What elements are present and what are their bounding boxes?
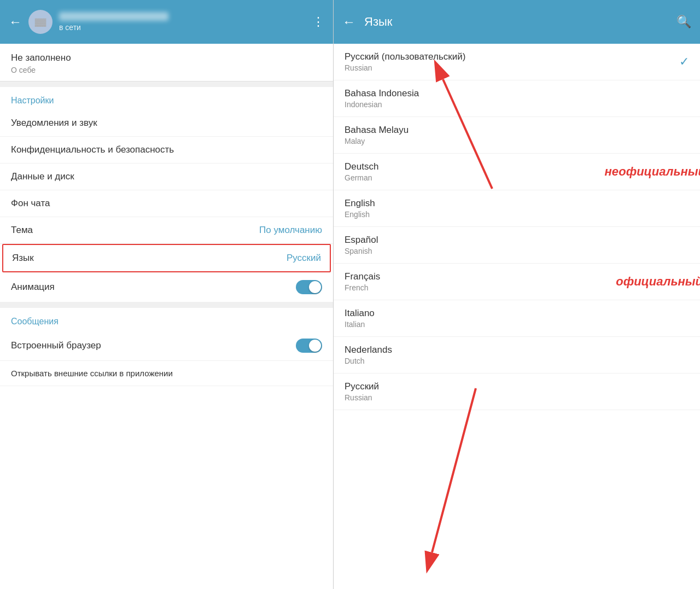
lang-item-spanish[interactable]: Español Spanish bbox=[334, 227, 700, 264]
header-info: в сети bbox=[59, 12, 306, 32]
settings-section-header: Настройки bbox=[0, 87, 333, 110]
setting-language[interactable]: Язык Русский bbox=[2, 244, 331, 272]
setting-label: Уведомления и звук bbox=[11, 118, 97, 129]
setting-theme[interactable]: Тема По умолчанию bbox=[0, 217, 333, 244]
lang-name: Français bbox=[345, 271, 380, 282]
language-screen-title: Язык bbox=[364, 15, 668, 29]
check-icon: ✓ bbox=[679, 55, 689, 69]
lang-name: Italiano bbox=[345, 308, 375, 319]
setting-external-links[interactable]: Открывать внешние ссылки в приложении bbox=[0, 361, 333, 386]
setting-value: Русский bbox=[287, 253, 321, 264]
lang-name: Deutsch bbox=[345, 161, 378, 172]
lang-name: Русский bbox=[345, 381, 379, 392]
lang-sub: Italian bbox=[345, 320, 375, 329]
language-list: Русский (пользовательский) Russian ✓ Bah… bbox=[334, 44, 700, 589]
setting-label: Язык bbox=[12, 253, 34, 264]
lang-sub: Malay bbox=[345, 137, 409, 145]
browser-toggle[interactable] bbox=[296, 339, 322, 353]
setting-value: По умолчанию bbox=[259, 225, 322, 236]
avatar: ▓▓ bbox=[28, 10, 52, 34]
setting-label: Данные и диск bbox=[11, 171, 74, 182]
lang-sub: Dutch bbox=[345, 357, 392, 365]
lang-name: Русский (пользовательский) bbox=[345, 51, 465, 62]
setting-animation[interactable]: Анимация bbox=[0, 272, 333, 302]
left-header: ← ▓▓ в сети ⋮ bbox=[0, 0, 333, 44]
lang-item-italian[interactable]: Italiano Italian bbox=[334, 300, 700, 337]
lang-sub: Indonesian bbox=[345, 100, 419, 109]
left-content: Не заполнено О себе Настройки Уведомлени… bbox=[0, 44, 333, 589]
setting-label: Встроенный браузер bbox=[11, 340, 101, 351]
lang-item-text: Nederlands Dutch bbox=[345, 345, 392, 365]
lang-item-text: Français French bbox=[345, 271, 380, 292]
lang-name: Bahasa Melayu bbox=[345, 125, 409, 136]
language-back-button[interactable]: ← bbox=[342, 14, 355, 30]
animation-toggle[interactable] bbox=[296, 280, 322, 294]
lang-sub: Russian bbox=[345, 63, 465, 72]
more-options-button[interactable]: ⋮ bbox=[312, 15, 324, 29]
lang-item-malay[interactable]: Bahasa Melayu Malay bbox=[334, 117, 700, 154]
lang-item-english[interactable]: English English bbox=[334, 190, 700, 227]
official-annotation: официальный bbox=[616, 275, 700, 289]
setting-label: Фон чата bbox=[11, 198, 50, 209]
setting-notifications[interactable]: Уведомления и звук bbox=[0, 110, 333, 137]
setting-label: Конфиденциальность и безопасность bbox=[11, 144, 174, 155]
lang-item-indonesian[interactable]: Bahasa Indonesia Indonesian bbox=[334, 80, 700, 117]
setting-label: Открывать внешние ссылки в приложении bbox=[11, 369, 173, 378]
lang-item-russian-custom[interactable]: Русский (пользовательский) Russian ✓ bbox=[334, 44, 700, 80]
lang-item-text: Italiano Italian bbox=[345, 308, 375, 329]
setting-label: Анимация bbox=[11, 282, 55, 293]
lang-sub: Russian bbox=[345, 393, 379, 402]
lang-item-text: Deutsch German bbox=[345, 161, 378, 182]
lang-name: Nederlands bbox=[345, 345, 392, 355]
right-panel: ← Язык 🔍 Русский (пользовательский) Russ… bbox=[334, 0, 700, 589]
contact-name-blurred bbox=[59, 12, 168, 21]
lang-item-russian[interactable]: Русский Russian bbox=[334, 374, 700, 410]
lang-name: English bbox=[345, 198, 375, 209]
right-header: ← Язык 🔍 bbox=[334, 0, 700, 44]
lang-item-german[interactable]: Deutsch German неофициальный bbox=[334, 154, 700, 190]
setting-browser[interactable]: Встроенный браузер bbox=[0, 331, 333, 361]
left-panel: ← ▓▓ в сети ⋮ Не заполнено О себе Настро… bbox=[0, 0, 334, 589]
unofficial-annotation: неофициальный bbox=[604, 165, 700, 179]
divider2 bbox=[0, 302, 333, 308]
lang-sub: English bbox=[345, 210, 375, 219]
lang-sub: German bbox=[345, 173, 378, 182]
setting-privacy[interactable]: Конфиденциальность и безопасность bbox=[0, 137, 333, 164]
back-button[interactable]: ← bbox=[9, 14, 22, 30]
lang-sub: Spanish bbox=[345, 247, 378, 255]
search-icon[interactable]: 🔍 bbox=[676, 15, 691, 29]
lang-sub: French bbox=[345, 283, 380, 292]
lang-item-text: Español Spanish bbox=[345, 235, 378, 255]
contact-status: в сети bbox=[59, 23, 306, 32]
profile-not-filled: Не заполнено bbox=[11, 53, 322, 63]
profile-section: Не заполнено О себе bbox=[0, 44, 333, 81]
lang-item-text: Русский (пользовательский) Russian bbox=[345, 51, 465, 72]
divider bbox=[0, 81, 333, 87]
lang-item-french[interactable]: Français French официальный bbox=[334, 264, 700, 300]
lang-item-dutch[interactable]: Nederlands Dutch bbox=[334, 337, 700, 374]
lang-name: Español bbox=[345, 235, 378, 246]
setting-data[interactable]: Данные и диск bbox=[0, 164, 333, 190]
messages-section-header: Сообщения bbox=[0, 308, 333, 331]
lang-item-text: Bahasa Indonesia Indonesian bbox=[345, 88, 419, 109]
lang-item-text: Русский Russian bbox=[345, 381, 379, 402]
setting-label: Тема bbox=[11, 225, 33, 236]
profile-about: О себе bbox=[11, 66, 322, 74]
setting-chat-bg[interactable]: Фон чата bbox=[0, 190, 333, 217]
lang-item-text: English English bbox=[345, 198, 375, 219]
lang-item-text: Bahasa Melayu Malay bbox=[345, 125, 409, 145]
lang-name: Bahasa Indonesia bbox=[345, 88, 419, 99]
